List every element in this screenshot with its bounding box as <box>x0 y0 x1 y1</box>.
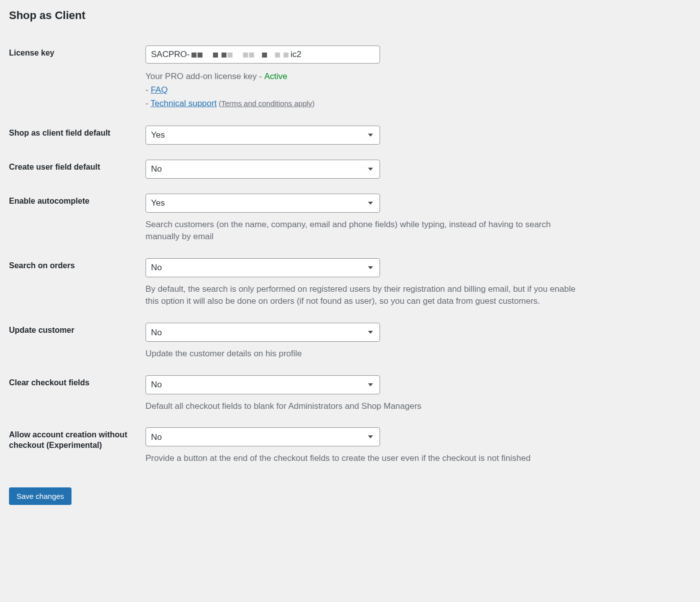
license-key-label: License key <box>9 38 146 118</box>
enable-autocomplete-select[interactable]: Yes <box>146 194 380 213</box>
license-key-row: License key SACPRO- ic2 Y <box>9 38 691 118</box>
terms-conditions-link[interactable]: Terms and conditions apply <box>222 99 312 108</box>
clear-checkout-fields-select[interactable]: No <box>146 375 380 394</box>
allow-account-creation-row: Allow account creation without checkout … <box>9 420 691 472</box>
search-on-orders-row: Search on orders No By default, the sear… <box>9 251 691 315</box>
create-user-default-label: Create user field default <box>9 152 146 186</box>
faq-link[interactable]: FAQ <box>150 85 168 95</box>
allow-account-creation-label: Allow account creation without checkout … <box>9 420 146 472</box>
allow-account-creation-description: Provide a button at the end of the check… <box>146 452 580 465</box>
update-customer-label: Update customer <box>9 315 146 368</box>
update-customer-description: Update the customer details on his profi… <box>146 348 580 360</box>
license-desc-text: Your PRO add-on license key - <box>146 72 264 81</box>
update-customer-select[interactable]: No <box>146 323 380 342</box>
page-title: Shop as Client <box>9 9 691 22</box>
save-changes-button[interactable]: Save changes <box>9 487 72 505</box>
shop-as-client-default-row: Shop as client field default Yes <box>9 118 691 152</box>
allow-account-creation-select[interactable]: No <box>146 427 380 446</box>
shop-as-client-default-select[interactable]: Yes <box>146 126 380 145</box>
clear-checkout-fields-label: Clear checkout fields <box>9 368 146 420</box>
clear-checkout-fields-description: Default all checkout fields to blank for… <box>146 400 580 413</box>
search-on-orders-label: Search on orders <box>9 251 146 315</box>
create-user-default-row: Create user field default No <box>9 152 691 186</box>
clear-checkout-fields-row: Clear checkout fields No Default all che… <box>9 368 691 420</box>
search-on-orders-select[interactable]: No <box>146 258 380 277</box>
enable-autocomplete-label: Enable autocomplete <box>9 186 146 251</box>
enable-autocomplete-row: Enable autocomplete Yes Search customers… <box>9 186 691 251</box>
create-user-default-select[interactable]: No <box>146 160 380 179</box>
update-customer-row: Update customer No Update the customer d… <box>9 315 691 368</box>
search-on-orders-description: By default, the search is only performed… <box>146 283 580 308</box>
technical-support-link[interactable]: Technical support <box>150 99 216 108</box>
enable-autocomplete-description: Search customers (on the name, company, … <box>146 219 580 243</box>
license-key-input[interactable]: SACPRO- ic2 <box>146 46 380 64</box>
settings-form-table: License key SACPRO- ic2 Y <box>9 38 691 472</box>
license-status-badge: Active <box>264 72 288 81</box>
shop-as-client-default-label: Shop as client field default <box>9 118 146 152</box>
